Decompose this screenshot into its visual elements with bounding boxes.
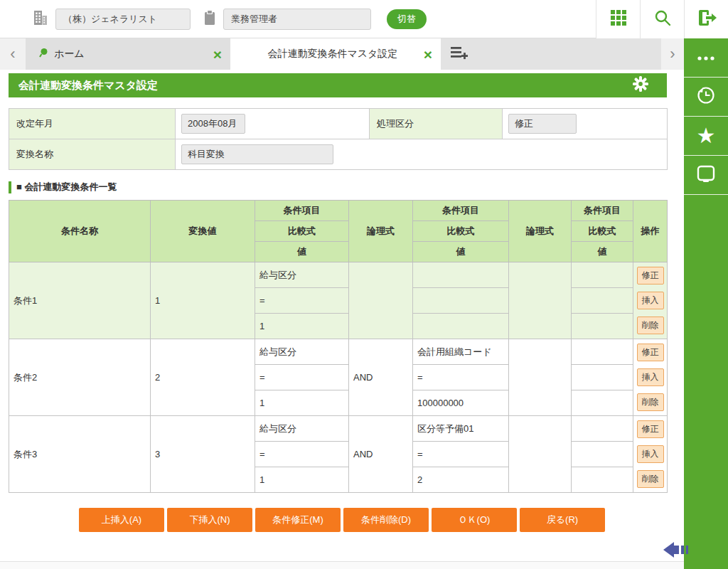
col-header-operations: 操作 xyxy=(633,201,668,262)
insert-row-button[interactable]: 挿入 xyxy=(637,292,664,309)
cell-comparison: = xyxy=(413,442,509,467)
cell-comparison: = xyxy=(413,365,509,390)
conversion-name-field[interactable] xyxy=(181,144,333,164)
cell-value: 1 xyxy=(255,314,349,339)
insert-row-button[interactable]: 挿入 xyxy=(637,445,664,463)
close-icon[interactable]: × xyxy=(213,47,222,62)
col-header-value: 値 xyxy=(255,242,349,262)
tab-bar: ‹ ホーム × 会計連動変換条件マスタ設定 × › xyxy=(0,38,684,70)
tab-home[interactable]: ホーム × xyxy=(26,38,230,70)
collapse-arrow-icon[interactable] xyxy=(663,540,689,563)
insert-above-button[interactable]: 上挿入(A) xyxy=(79,508,164,532)
cell-value xyxy=(572,390,633,416)
cell-logic xyxy=(509,416,572,493)
star-icon: ★ xyxy=(697,125,716,147)
close-icon[interactable]: × xyxy=(424,47,432,62)
cell-item: 給与区分 xyxy=(255,416,349,442)
cell-item xyxy=(572,339,633,365)
cell-item: 区分等予備01 xyxy=(413,416,509,442)
edit-row-button[interactable]: 修正 xyxy=(637,267,664,284)
col-header-value: 値 xyxy=(572,242,633,262)
col-header-comparison: 比較式 xyxy=(413,221,509,242)
insert-row-button[interactable]: 挿入 xyxy=(637,368,664,386)
history-button[interactable] xyxy=(684,78,728,117)
panel-button[interactable] xyxy=(684,156,728,195)
cell-value xyxy=(413,314,509,339)
conversion-name-label: 変換名称 xyxy=(9,139,176,170)
clipboard-icon xyxy=(203,9,216,29)
role-input[interactable] xyxy=(223,9,371,30)
edit-row-button[interactable]: 修正 xyxy=(637,344,664,361)
gear-icon xyxy=(633,76,648,95)
col-header-comparison: 比較式 xyxy=(255,221,349,242)
pin-icon xyxy=(38,48,48,61)
delete-row-button[interactable]: 削除 xyxy=(637,393,664,411)
top-bar: 切替 xyxy=(0,0,728,38)
cell-value xyxy=(572,467,633,493)
cell-comparison xyxy=(572,442,633,467)
condition-table: 条件名称 変換値 条件項目 論理式 条件項目 論理式 条件項目 操作 比較式 比… xyxy=(9,200,668,493)
delete-condition-button[interactable]: 条件削除(D) xyxy=(343,508,429,532)
logout-icon xyxy=(697,9,717,30)
section-accent-bar xyxy=(9,181,11,193)
tab-master-settings-label: 会計連動変換条件マスタ設定 xyxy=(242,48,424,60)
col-header-comparison: 比較式 xyxy=(572,221,633,242)
right-sidebar: ★ xyxy=(684,38,728,569)
tabs-scroll-left-button[interactable]: ‹ xyxy=(0,38,26,70)
add-tab-icon[interactable] xyxy=(451,46,468,63)
cell-value: 100000000 xyxy=(413,390,509,416)
cell-condition-name: 条件3 xyxy=(9,416,151,493)
tab-strip-filler xyxy=(441,38,661,70)
process-type-label: 処理区分 xyxy=(370,109,503,139)
insert-below-button[interactable]: 下挿入(N) xyxy=(167,508,252,532)
col-header-logic: 論理式 xyxy=(349,201,413,262)
search-icon xyxy=(653,9,672,30)
col-header-condition-name: 条件名称 xyxy=(9,201,151,262)
delete-row-button[interactable]: 削除 xyxy=(637,470,664,488)
revision-month-field[interactable] xyxy=(181,114,245,134)
cell-logic xyxy=(509,339,572,416)
back-button[interactable]: 戻る(R) xyxy=(520,508,605,532)
search-button[interactable] xyxy=(640,0,684,38)
cell-value xyxy=(572,314,633,339)
cell-item: 給与区分 xyxy=(255,339,349,365)
cell-comparison xyxy=(572,288,633,314)
company-input[interactable] xyxy=(55,9,191,30)
ok-button[interactable]: ＯＫ(O) xyxy=(432,508,517,532)
edit-condition-button[interactable]: 条件修正(M) xyxy=(255,508,341,532)
tab-master-settings[interactable]: 会計連動変換条件マスタ設定 × xyxy=(230,38,441,70)
settings-button[interactable] xyxy=(633,76,648,95)
table-row[interactable]: 条件1 1 給与区分 修正 挿入 削除 xyxy=(9,262,668,288)
cell-item xyxy=(413,262,509,288)
tab-home-label: ホーム xyxy=(54,48,208,60)
cell-operations: 修正 挿入 削除 xyxy=(633,339,668,416)
cell-condition-name: 条件2 xyxy=(9,339,151,416)
header-form: 改定年月 処理区分 変換名称 xyxy=(9,108,668,170)
delete-row-button[interactable]: 削除 xyxy=(637,317,664,334)
page-title: 会計連動変換条件マスタ設定 xyxy=(18,79,633,92)
table-row[interactable]: 条件3 3 給与区分 AND 区分等予備01 修正 挿入 削除 xyxy=(9,416,668,442)
switch-button[interactable]: 切替 xyxy=(387,9,427,29)
cell-comparison: = xyxy=(255,288,349,314)
section-title: ■ 会計連動変換条件一覧 xyxy=(9,181,117,193)
cell-item: 会計用組織コード xyxy=(413,339,509,365)
cell-logic: AND xyxy=(349,416,413,493)
col-header-condition-item: 条件項目 xyxy=(255,201,349,221)
revision-month-label: 改定年月 xyxy=(9,109,176,139)
cell-comparison: = xyxy=(255,365,349,390)
section-title-text: ■ 会計連動変換条件一覧 xyxy=(16,181,117,193)
tabs-scroll-right-button[interactable]: › xyxy=(661,38,684,70)
ellipsis-icon xyxy=(697,51,715,64)
process-type-field[interactable] xyxy=(508,114,577,134)
edit-row-button[interactable]: 修正 xyxy=(637,420,664,438)
logout-button[interactable] xyxy=(684,0,728,38)
more-menu-button[interactable] xyxy=(684,38,728,78)
app-window: 切替 xyxy=(0,0,728,569)
cell-comparison xyxy=(572,365,633,390)
apps-menu-button[interactable] xyxy=(596,0,640,38)
col-header-condition-item: 条件項目 xyxy=(413,201,509,221)
table-row[interactable]: 条件2 2 給与区分 AND 会計用組織コード 修正 挿入 削除 xyxy=(9,339,668,365)
cell-value: 2 xyxy=(413,467,509,493)
context-switcher: 切替 xyxy=(33,0,427,38)
favorites-button[interactable]: ★ xyxy=(684,117,728,156)
